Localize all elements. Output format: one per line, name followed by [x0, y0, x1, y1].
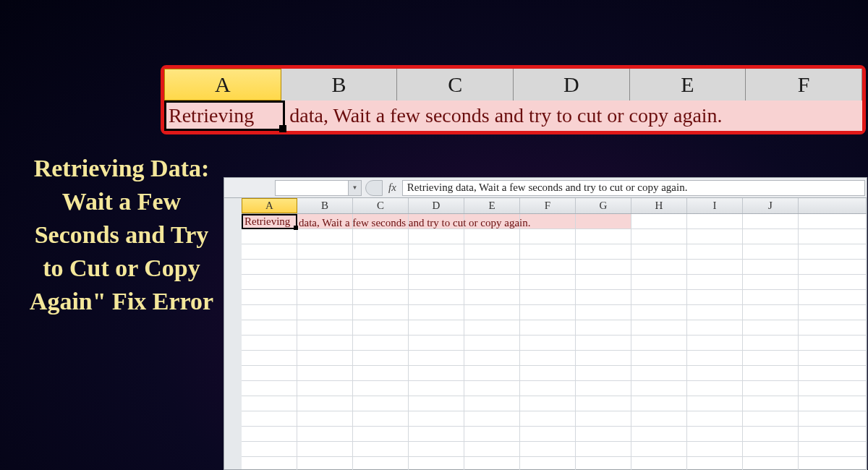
grid-cell[interactable] [297, 290, 353, 305]
column-header-b[interactable]: B [281, 69, 398, 101]
column-header-d[interactable]: D [409, 198, 464, 213]
grid-cell[interactable] [409, 442, 464, 457]
grid-cell[interactable] [297, 411, 353, 427]
grid-cell[interactable] [464, 427, 520, 442]
grid-cell[interactable] [687, 275, 743, 290]
name-box-dropdown-icon[interactable]: ▼ [348, 181, 361, 195]
grid-cell[interactable] [409, 229, 464, 244]
grid-cell[interactable] [297, 214, 353, 229]
grid-cell[interactable] [799, 214, 867, 229]
grid-cell[interactable] [799, 290, 867, 305]
grid-cell[interactable] [799, 427, 867, 442]
formula-cancel-button[interactable] [365, 180, 383, 196]
grid-cell[interactable] [576, 366, 631, 381]
grid-cell[interactable] [631, 275, 687, 290]
grid-cell[interactable] [520, 381, 576, 396]
grid-cell[interactable] [297, 351, 353, 366]
grid-cell[interactable] [409, 290, 464, 305]
grid-cell[interactable] [520, 305, 576, 320]
grid-cell[interactable] [409, 336, 464, 351]
grid-cell[interactable] [631, 427, 687, 442]
grid-cell[interactable] [799, 336, 867, 351]
grid-cell[interactable] [576, 427, 631, 442]
grid-cell[interactable] [576, 381, 631, 396]
name-box[interactable]: ▼ [275, 180, 362, 196]
grid-cell[interactable] [576, 229, 631, 244]
grid-cell[interactable] [799, 457, 867, 470]
grid-cell[interactable] [353, 290, 409, 305]
grid-cell[interactable] [242, 442, 297, 457]
column-header-f[interactable]: F [746, 69, 862, 101]
grid-cell[interactable] [743, 214, 799, 229]
grid-cell[interactable] [297, 229, 353, 244]
grid-cell[interactable] [409, 214, 464, 229]
grid-cell[interactable] [353, 305, 409, 320]
grid-cell[interactable] [576, 305, 631, 320]
grid-cell[interactable] [297, 336, 353, 351]
grid-cell[interactable] [353, 336, 409, 351]
column-header-c[interactable]: C [397, 69, 514, 101]
grid-cell[interactable] [297, 381, 353, 396]
grid-cell[interactable] [799, 411, 867, 427]
grid-cell[interactable] [576, 275, 631, 290]
grid-cell[interactable] [687, 442, 743, 457]
column-header-j[interactable]: J [743, 198, 799, 213]
grid-cell[interactable] [743, 320, 799, 336]
grid-cell[interactable] [687, 411, 743, 427]
grid-cell[interactable] [743, 457, 799, 470]
grid-cell[interactable] [631, 214, 687, 229]
grid-cell[interactable] [520, 366, 576, 381]
grid-cell[interactable] [409, 320, 464, 336]
grid-cell[interactable] [464, 396, 520, 411]
grid-cell[interactable] [631, 442, 687, 457]
grid-cell[interactable] [576, 336, 631, 351]
grid-cell[interactable] [242, 381, 297, 396]
grid-cell[interactable] [464, 275, 520, 290]
grid-cell[interactable] [297, 427, 353, 442]
grid-cell[interactable] [576, 396, 631, 411]
grid-cell[interactable] [409, 366, 464, 381]
grid-cell[interactable] [631, 396, 687, 411]
grid-cell[interactable] [464, 442, 520, 457]
grid-cell[interactable] [353, 229, 409, 244]
column-header-d[interactable]: D [514, 69, 630, 101]
grid-cell[interactable] [409, 381, 464, 396]
column-header-e[interactable]: E [630, 69, 746, 101]
grid-cell[interactable] [631, 260, 687, 275]
grid-cell[interactable] [520, 320, 576, 336]
grid-cell[interactable] [799, 442, 867, 457]
grid-cell[interactable] [242, 411, 297, 427]
grid-cell[interactable] [687, 351, 743, 366]
grid-cell[interactable] [242, 305, 297, 320]
grid-cell[interactable] [520, 260, 576, 275]
grid-cell[interactable] [743, 229, 799, 244]
column-header-g[interactable]: G [576, 198, 631, 213]
column-header-h[interactable]: H [631, 198, 687, 213]
grid-cell[interactable] [576, 442, 631, 457]
grid-cell[interactable] [576, 320, 631, 336]
grid-cell[interactable] [576, 260, 631, 275]
grid-cell[interactable] [409, 457, 464, 470]
grid-cell[interactable] [687, 305, 743, 320]
grid-cell[interactable] [576, 244, 631, 260]
grid-cell[interactable] [520, 442, 576, 457]
grid-cell[interactable] [242, 260, 297, 275]
grid-cell[interactable] [743, 411, 799, 427]
grid-cell[interactable] [353, 411, 409, 427]
grid-cell[interactable] [743, 290, 799, 305]
grid-cell[interactable] [631, 411, 687, 427]
grid-cell[interactable] [464, 381, 520, 396]
grid-cell[interactable] [520, 457, 576, 470]
grid-cell[interactable] [464, 260, 520, 275]
grid-cell[interactable] [242, 290, 297, 305]
grid-cell[interactable] [743, 366, 799, 381]
grid-cell[interactable] [242, 427, 297, 442]
grid-cell[interactable] [743, 396, 799, 411]
grid-cell[interactable] [687, 381, 743, 396]
column-header-b[interactable]: B [297, 198, 353, 213]
grid-cell[interactable] [631, 229, 687, 244]
grid-cell[interactable] [464, 244, 520, 260]
grid-cell[interactable] [520, 336, 576, 351]
grid-cell[interactable] [576, 411, 631, 427]
grid-cell[interactable] [576, 290, 631, 305]
